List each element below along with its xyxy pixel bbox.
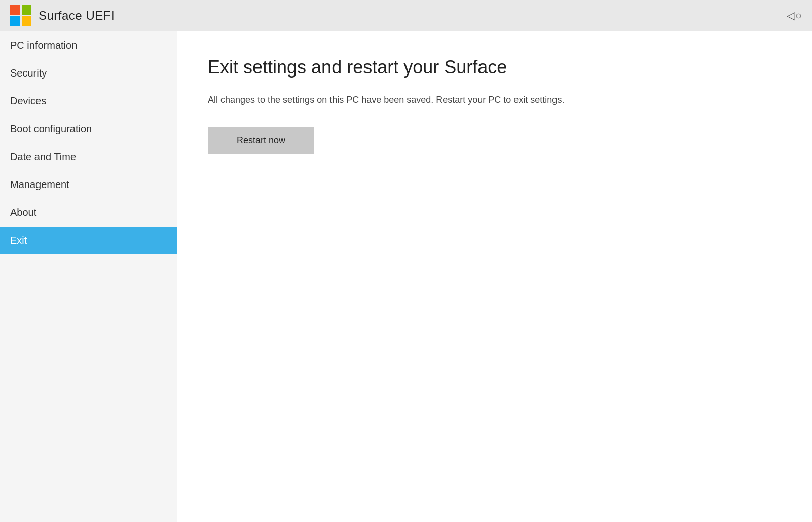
sidebar-item-date-and-time[interactable]: Date and Time	[0, 143, 177, 171]
sidebar: PC information Security Devices Boot con…	[0, 31, 177, 522]
content-area: Exit settings and restart your Surface A…	[177, 31, 812, 522]
page-title: Exit settings and restart your Surface	[208, 57, 782, 78]
header-left: Surface UEFI	[10, 5, 115, 26]
sidebar-item-management[interactable]: Management	[0, 171, 177, 199]
main-layout: PC information Security Devices Boot con…	[0, 31, 812, 522]
microsoft-logo	[10, 5, 31, 26]
sidebar-item-exit[interactable]: Exit	[0, 227, 177, 254]
sidebar-item-pc-information[interactable]: PC information	[0, 31, 177, 59]
app-title: Surface UEFI	[39, 9, 115, 23]
logo-red-square	[10, 5, 20, 15]
header-icons: ◁○	[787, 9, 802, 22]
page-description: All changes to the settings on this PC h…	[208, 93, 782, 107]
volume-back-icon: ◁○	[787, 9, 802, 22]
logo-yellow-square	[22, 16, 31, 26]
logo-green-square	[22, 5, 31, 15]
sidebar-item-devices[interactable]: Devices	[0, 87, 177, 115]
sidebar-item-security[interactable]: Security	[0, 59, 177, 87]
sidebar-item-about[interactable]: About	[0, 199, 177, 227]
header: Surface UEFI ◁○	[0, 0, 812, 31]
logo-blue-square	[10, 16, 20, 26]
sidebar-item-boot-configuration[interactable]: Boot configuration	[0, 115, 177, 143]
restart-now-button[interactable]: Restart now	[208, 127, 314, 154]
